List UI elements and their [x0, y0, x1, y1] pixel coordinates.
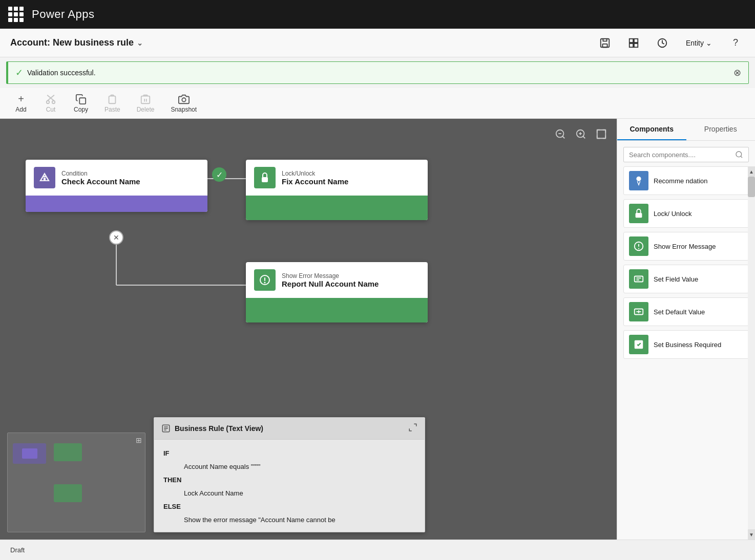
- text-view-expand-button[interactable]: [408, 423, 417, 434]
- snapshot-icon: [178, 94, 190, 105]
- paste-label: Paste: [104, 106, 120, 113]
- else-action: Show the error message "Account Name can…: [184, 516, 335, 524]
- set-default-value-label: Set Default Value: [654, 308, 705, 316]
- history-button[interactable]: [653, 34, 672, 52]
- then-keyword: THEN: [163, 476, 181, 484]
- tab-components[interactable]: Components: [617, 119, 686, 140]
- svg-rect-13: [141, 96, 150, 103]
- svg-line-21: [583, 136, 585, 138]
- svg-point-7: [47, 100, 50, 103]
- svg-line-18: [562, 136, 564, 138]
- text-view-expand-icon: [408, 423, 417, 432]
- lock-unlock-icon: [629, 204, 648, 223]
- lock-icon-box: [254, 167, 276, 188]
- component-item-recommendation[interactable]: Recomme ndation: [623, 166, 749, 195]
- svg-rect-30: [262, 177, 268, 182]
- svg-rect-4: [630, 43, 633, 47]
- lock-unlock-label: Lock/ Unlock: [654, 210, 691, 218]
- svg-rect-33: [264, 277, 265, 281]
- show-error-label: Show Error Message: [654, 243, 716, 250]
- status-bar: Draft: [0, 540, 755, 560]
- zoom-out-button[interactable]: [552, 126, 569, 142]
- search-input[interactable]: [629, 151, 735, 159]
- copy-button[interactable]: Copy: [68, 92, 94, 115]
- canvas-area[interactable]: Condition Check Account Name ✓ ✕ Lock/Un…: [0, 119, 617, 540]
- component-item-set-field-value[interactable]: Set Field Value: [623, 265, 749, 293]
- history-icon: [657, 37, 668, 49]
- set-field-value-label: Set Field Value: [654, 275, 698, 283]
- error-node-type: Show Error Message: [282, 272, 379, 279]
- app-title: Power Apps: [32, 8, 94, 21]
- tab-properties[interactable]: Properties: [686, 119, 756, 140]
- svg-rect-11: [79, 98, 86, 104]
- show-error-icon: [629, 236, 648, 256]
- lock-node[interactable]: Lock/Unlock Fix Account Name: [246, 160, 428, 220]
- mini-error-node: [54, 484, 82, 502]
- condition-node-header: Condition Check Account Name: [26, 160, 207, 196]
- error-msg-icon: [259, 274, 271, 286]
- condition-node-type: Condition: [61, 170, 140, 177]
- text-view-icon: [161, 424, 171, 433]
- scroll-down-button[interactable]: ▼: [748, 529, 755, 540]
- error-node[interactable]: Show Error Message Report Null Account N…: [246, 262, 428, 322]
- lock-icon: [259, 171, 271, 184]
- if-keyword: IF: [163, 449, 170, 457]
- snapshot-button[interactable]: Snapshot: [164, 92, 203, 115]
- paste-button[interactable]: Paste: [98, 92, 127, 115]
- lock-node-header: Lock/Unlock Fix Account Name: [246, 160, 428, 196]
- svg-point-41: [636, 177, 641, 181]
- set-default-value-icon: [629, 302, 648, 321]
- add-button[interactable]: + Add: [8, 91, 34, 115]
- else-keyword: ELSE: [163, 503, 181, 510]
- delete-button[interactable]: Delete: [131, 92, 161, 115]
- fit-screen-button[interactable]: [593, 126, 610, 142]
- entity-label: Entity: [686, 39, 704, 47]
- component-item-set-business-required[interactable]: Set Business Required: [623, 330, 749, 359]
- true-connector-badge: ✓: [212, 167, 226, 182]
- view-button[interactable]: [624, 34, 643, 52]
- scroll-up-button[interactable]: ▲: [748, 166, 755, 177]
- validation-close-button[interactable]: ⊗: [733, 67, 741, 78]
- lock-node-titles: Lock/Unlock Fix Account Name: [282, 170, 348, 186]
- text-view-body: IF Account Name equals """" THEN Lock Ac…: [154, 440, 425, 532]
- search-box: [623, 147, 749, 162]
- rule-dropdown-icon[interactable]: ⌄: [137, 39, 143, 47]
- mini-condition-node: [13, 443, 46, 464]
- recommendation-icon: [629, 171, 648, 190]
- component-item-set-default-value[interactable]: Set Default Value: [623, 297, 749, 326]
- save-icon: [599, 37, 611, 49]
- main-content: Condition Check Account Name ✓ ✕ Lock/Un…: [0, 119, 755, 540]
- zoom-in-button[interactable]: [573, 126, 589, 142]
- component-item-show-error[interactable]: Show Error Message: [623, 232, 749, 261]
- svg-rect-2: [630, 38, 633, 42]
- cut-button[interactable]: Cut: [38, 92, 64, 115]
- condition-node[interactable]: Condition Check Account Name: [26, 160, 207, 212]
- svg-point-45: [638, 248, 639, 249]
- lock-node-type: Lock/Unlock: [282, 170, 348, 177]
- mini-map: ⊞: [7, 433, 145, 532]
- validation-bar: ✓ Validation successful. ⊗: [6, 61, 749, 84]
- error-node-footer: [246, 298, 428, 322]
- cut-icon: [45, 94, 56, 105]
- save-button[interactable]: [596, 34, 614, 52]
- condition-text: Account Name equals """": [184, 463, 260, 470]
- lock-node-footer: [246, 196, 428, 220]
- help-button[interactable]: ?: [726, 34, 745, 52]
- add-icon: +: [18, 93, 24, 105]
- component-item-lock-unlock[interactable]: Lock/ Unlock: [623, 199, 749, 228]
- mini-map-expand-button[interactable]: ⊞: [136, 436, 142, 444]
- error-node-name: Report Null Account Name: [282, 279, 379, 288]
- recommendation-label: Recomme ndation: [654, 177, 708, 185]
- scroll-thumb[interactable]: [748, 177, 755, 197]
- waffle-icon[interactable]: [8, 7, 24, 22]
- entity-button[interactable]: Entity ⌄: [682, 37, 716, 49]
- help-icon: ?: [733, 37, 738, 48]
- copy-icon: [75, 94, 87, 105]
- components-list: Recomme ndationLock/ UnlockShow Error Me…: [617, 166, 755, 540]
- condition-icon-box: [34, 167, 55, 188]
- header-actions: Entity ⌄ ?: [596, 34, 745, 52]
- rule-title: Account: New business rule ⌄: [10, 37, 143, 48]
- svg-rect-28: [44, 178, 46, 180]
- panel-tabs: Components Properties: [617, 119, 755, 141]
- svg-line-40: [741, 156, 742, 158]
